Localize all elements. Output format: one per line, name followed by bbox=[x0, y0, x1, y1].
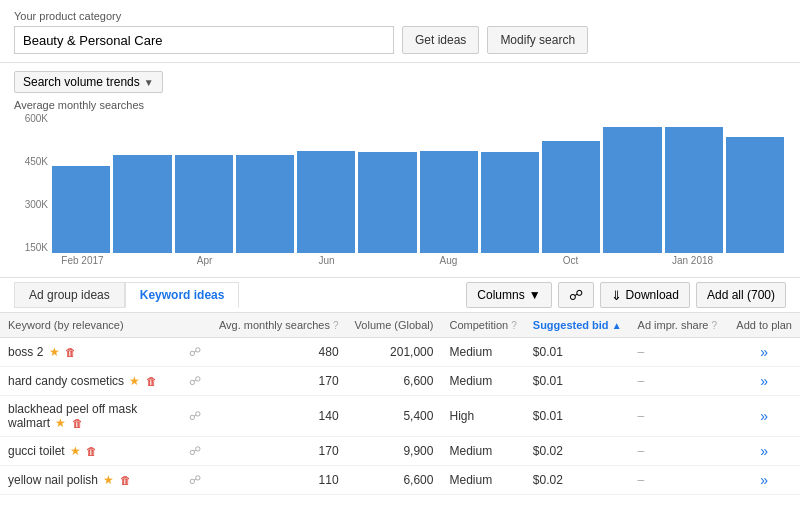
competition-cell-2: High bbox=[441, 396, 524, 437]
search-volume-trends-button[interactable]: Search volume trends ▼ bbox=[14, 71, 163, 93]
chart-bar-9 bbox=[603, 127, 661, 253]
x-label-8: Oct bbox=[540, 255, 601, 273]
product-category-label: Your product category bbox=[14, 10, 786, 22]
competition-cell-3: Medium bbox=[441, 437, 524, 466]
columns-label: Columns bbox=[477, 288, 524, 302]
trend-icon-cell-2: ☍ bbox=[181, 396, 210, 437]
columns-button[interactable]: Columns ▼ bbox=[466, 282, 551, 308]
chart-bar-7 bbox=[481, 152, 539, 253]
keyword-text: boss 2 bbox=[8, 345, 43, 359]
trash-icon[interactable]: 🗑 bbox=[86, 445, 97, 457]
volume-cell-2: 5,400 bbox=[347, 396, 442, 437]
ad-impr-cell-2: – bbox=[630, 396, 729, 437]
dash: – bbox=[638, 409, 645, 423]
ad-impr-cell-4: – bbox=[630, 466, 729, 495]
add-to-plan-cell-0[interactable]: » bbox=[728, 338, 800, 367]
x-label-3 bbox=[235, 255, 296, 273]
trend-chart-icon[interactable]: ☍ bbox=[189, 473, 201, 487]
bid-sort-icon[interactable]: ▲ bbox=[612, 320, 622, 331]
trend-chart-icon[interactable]: ☍ bbox=[189, 345, 201, 359]
table-row: blackhead peel off mask walmart ★ 🗑☍1405… bbox=[0, 396, 800, 437]
table-row: gucci toilet ★ 🗑☍1709,900Medium$0.02–» bbox=[0, 437, 800, 466]
competition-help-icon[interactable]: ? bbox=[511, 320, 517, 331]
volume-cell-1: 6,600 bbox=[347, 367, 442, 396]
add-to-plan-cell-2[interactable]: » bbox=[728, 396, 800, 437]
star-icon[interactable]: ★ bbox=[55, 416, 66, 430]
add-to-plan-chevron[interactable]: » bbox=[760, 344, 768, 360]
avg-monthly-cell-4: 110 bbox=[211, 466, 347, 495]
x-label-5 bbox=[357, 255, 418, 273]
th-trend bbox=[181, 313, 210, 338]
x-label-7 bbox=[479, 255, 540, 273]
x-label-6: Aug bbox=[418, 255, 479, 273]
y-label-600k: 600K bbox=[25, 113, 48, 124]
tabs-toolbar: Ad group ideas Keyword ideas Columns ▼ ☍… bbox=[0, 277, 800, 313]
tabs: Ad group ideas Keyword ideas bbox=[14, 282, 239, 308]
table-row: yellow nail polish ★ 🗑☍1106,600Medium$0.… bbox=[0, 466, 800, 495]
category-input[interactable] bbox=[14, 26, 394, 54]
tab-keyword[interactable]: Keyword ideas bbox=[125, 282, 240, 308]
x-label-11 bbox=[723, 255, 784, 273]
chart-icon-button[interactable]: ☍ bbox=[558, 282, 594, 308]
chart-bar-1 bbox=[113, 155, 171, 253]
th-competition: Competition ? bbox=[441, 313, 524, 338]
trend-chart-icon[interactable]: ☍ bbox=[189, 409, 201, 423]
add-all-button[interactable]: Add all (700) bbox=[696, 282, 786, 308]
keyword-text: hard candy cosmetics bbox=[8, 374, 124, 388]
avg-monthly-help-icon[interactable]: ? bbox=[333, 320, 339, 331]
competition-cell-4: Medium bbox=[441, 466, 524, 495]
add-to-plan-cell-4[interactable]: » bbox=[728, 466, 800, 495]
volume-cell-0: 201,000 bbox=[347, 338, 442, 367]
get-ideas-button[interactable]: Get ideas bbox=[402, 26, 479, 54]
dash: – bbox=[638, 444, 645, 458]
adimpr-help-icon[interactable]: ? bbox=[712, 320, 718, 331]
trends-arrow-icon: ▼ bbox=[144, 77, 154, 88]
trash-icon[interactable]: 🗑 bbox=[120, 474, 131, 486]
suggested-bid-cell-1: $0.01 bbox=[525, 367, 630, 396]
trash-icon[interactable]: 🗑 bbox=[72, 417, 83, 429]
suggested-bid-cell-4: $0.02 bbox=[525, 466, 630, 495]
columns-chevron-icon: ▼ bbox=[529, 288, 541, 302]
y-label-450k: 450K bbox=[25, 156, 48, 167]
avg-monthly-label: Average monthly searches bbox=[14, 99, 786, 111]
add-to-plan-chevron[interactable]: » bbox=[760, 443, 768, 459]
th-keyword: Keyword (by relevance) bbox=[0, 313, 181, 338]
y-label-150k: 150K bbox=[25, 242, 48, 253]
star-icon[interactable]: ★ bbox=[70, 444, 81, 458]
star-icon[interactable]: ★ bbox=[129, 374, 140, 388]
th-ad-impr: Ad impr. share ? bbox=[630, 313, 729, 338]
trend-chart-icon[interactable]: ☍ bbox=[189, 444, 201, 458]
tab-ad-group[interactable]: Ad group ideas bbox=[14, 282, 125, 308]
chart-bar-4 bbox=[297, 151, 355, 253]
modify-search-button[interactable]: Modify search bbox=[487, 26, 588, 54]
star-icon[interactable]: ★ bbox=[103, 473, 114, 487]
add-to-plan-chevron[interactable]: » bbox=[760, 408, 768, 424]
download-label: Download bbox=[626, 288, 679, 302]
trash-icon[interactable]: 🗑 bbox=[146, 375, 157, 387]
chart-bar-3 bbox=[236, 155, 294, 253]
keyword-cell-4: yellow nail polish ★ 🗑 bbox=[0, 466, 181, 495]
download-button[interactable]: ⇓ Download bbox=[600, 282, 690, 308]
dash: – bbox=[638, 345, 645, 359]
add-to-plan-cell-3[interactable]: » bbox=[728, 437, 800, 466]
star-icon[interactable]: ★ bbox=[49, 345, 60, 359]
chart-bar-icon: ☍ bbox=[569, 287, 583, 303]
keyword-cell-3: gucci toilet ★ 🗑 bbox=[0, 437, 181, 466]
th-add-to-plan: Add to plan bbox=[728, 313, 800, 338]
ad-impr-cell-0: – bbox=[630, 338, 729, 367]
add-to-plan-chevron[interactable]: » bbox=[760, 472, 768, 488]
trend-chart-icon[interactable]: ☍ bbox=[189, 374, 201, 388]
th-suggested-bid: Suggested bid ▲ bbox=[525, 313, 630, 338]
trash-icon[interactable]: 🗑 bbox=[65, 346, 76, 358]
trend-icon-cell-4: ☍ bbox=[181, 466, 210, 495]
chart-bar-2 bbox=[175, 155, 233, 253]
add-to-plan-chevron[interactable]: » bbox=[760, 373, 768, 389]
trend-icon-cell-0: ☍ bbox=[181, 338, 210, 367]
chart-x-labels: Feb 2017AprJunAugOctJan 2018 bbox=[52, 255, 784, 273]
keyword-cell-0: boss 2 ★ 🗑 bbox=[0, 338, 181, 367]
chart-bar-5 bbox=[358, 152, 416, 253]
x-label-2: Apr bbox=[174, 255, 235, 273]
trends-label: Search volume trends bbox=[23, 75, 140, 89]
add-to-plan-cell-1[interactable]: » bbox=[728, 367, 800, 396]
x-label-1 bbox=[113, 255, 174, 273]
